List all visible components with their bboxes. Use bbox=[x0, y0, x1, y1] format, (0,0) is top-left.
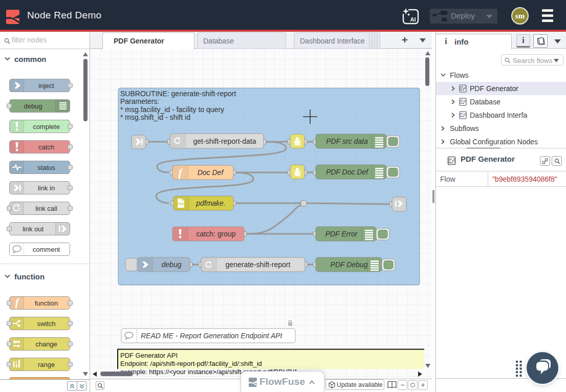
svg-text:PDF Doc Def: PDF Doc Def bbox=[326, 168, 369, 176]
svg-text:READ ME - Report Generation En: READ ME - Report Generation Endpoint API bbox=[141, 332, 282, 340]
svg-text:catch: group: catch: group bbox=[196, 230, 235, 238]
svg-text:pdfmake.: pdfmake. bbox=[195, 199, 226, 207]
svg-text:PDF Error: PDF Error bbox=[325, 230, 358, 238]
svg-text:Endpoint: /api/shift-report-pd: Endpoint: /api/shift-report-pdf/:facilit… bbox=[120, 360, 262, 367]
svg-text:get-shift-report-data: get-shift-report-data bbox=[193, 137, 256, 145]
svg-text:* msg.facility_id - facility t: * msg.facility_id - facility to query bbox=[120, 105, 224, 114]
svg-text:PDF Generator API: PDF Generator API bbox=[120, 352, 178, 359]
svg-text:generate-shift-report: generate-shift-report bbox=[226, 260, 291, 269]
svg-text:PDF src data: PDF src data bbox=[326, 137, 368, 145]
svg-text:PDF: PDF bbox=[178, 202, 184, 206]
svg-text:Parameters:: Parameters: bbox=[120, 97, 159, 105]
svg-text:PDF Debug: PDF Debug bbox=[331, 260, 368, 269]
svg-text:Doc Def: Doc Def bbox=[198, 168, 225, 177]
svg-text:* msg.shift_id - shift id: * msg.shift_id - shift id bbox=[120, 113, 190, 121]
svg-text:SUBROUTINE: generate-shift-rep: SUBROUTINE: generate-shift-report bbox=[120, 90, 236, 98]
svg-text:AI: AI bbox=[410, 16, 416, 23]
svg-text:debug: debug bbox=[162, 260, 182, 269]
